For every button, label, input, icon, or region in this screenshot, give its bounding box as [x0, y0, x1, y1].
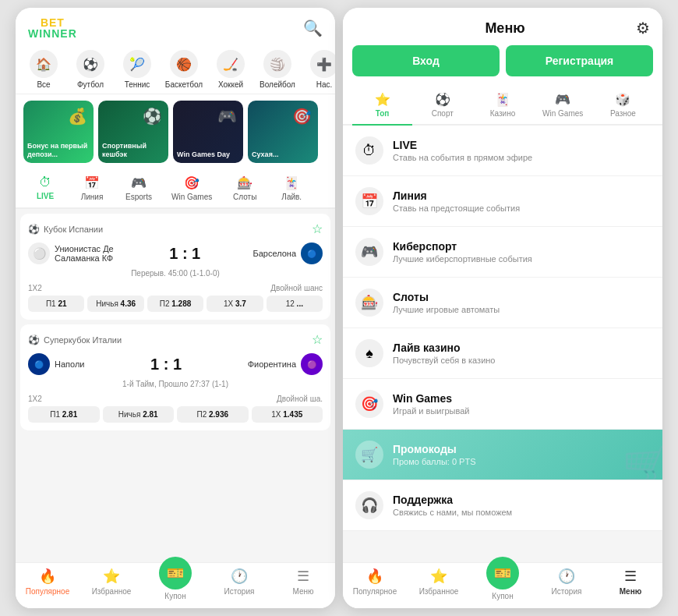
r-menu-icon: ☰: [624, 568, 637, 585]
tennis-icon: 🎾: [123, 50, 151, 78]
r-favorites-icon: ⭐: [430, 568, 447, 585]
team2-info-2: Фиорентина 🟣: [248, 353, 323, 375]
right-nav-history[interactable]: 🕐 История: [535, 568, 599, 600]
odds-row-1: П1 21 Ничья 4.36 П2 1.288 1X 3.7 12 ...: [28, 296, 323, 312]
odd-p1-1[interactable]: П1 21: [28, 296, 84, 312]
nav-favorites[interactable]: ⭐ Избранное: [79, 568, 143, 600]
menu-tab-wingames[interactable]: 🎮 Win Games: [533, 92, 593, 126]
team1-logo-2: 🔵: [28, 353, 50, 375]
nav-history[interactable]: 🕐 История: [207, 568, 271, 600]
sport-categories: 🏠 Все ⚽ Футбол 🎾 Теннис 🏀 Баскетбол 🏒 Хо…: [16, 45, 335, 94]
menu-item-livecasino[interactable]: ♠ Лайв казино Почувствуй себя в казино: [343, 328, 662, 379]
menu-item-wingames[interactable]: 🎯 Win Games Играй и выигрывай: [343, 379, 662, 430]
tennis-label: Теннис: [125, 80, 150, 89]
dry-icon: 🎯: [292, 107, 312, 126]
right-nav-coupon[interactable]: 🎫 Купон: [471, 568, 535, 600]
nav-coupon[interactable]: 🎫 Купон: [143, 568, 207, 600]
league-1: ⚽ Кубок Испании: [28, 224, 103, 235]
livecasino-menu-text: Лайв казино Почувствуй себя в казино: [393, 342, 495, 365]
sport-cat-hockey[interactable]: 🏒 Хоккей: [210, 50, 251, 89]
odd-12-1[interactable]: 12 ...: [267, 296, 323, 312]
register-button[interactable]: Регистрация: [506, 45, 653, 76]
sport-cat-all[interactable]: 🏠 Все: [23, 50, 64, 89]
line-tab-icon: 📅: [84, 175, 100, 190]
search-button[interactable]: 🔍: [303, 19, 323, 37]
right-nav-favorites[interactable]: ⭐ Избранное: [407, 568, 471, 600]
menu-tab-top[interactable]: ⭐ Топ: [352, 92, 412, 126]
banner-cashback[interactable]: ⚽ Спортивный кешбэк: [98, 101, 168, 163]
favorite-btn-1[interactable]: ☆: [312, 221, 323, 236]
league-2: ⚽ Суперкубок Италии: [28, 335, 122, 345]
odds-type-1: 1X2: [28, 284, 42, 292]
menu-item-esports[interactable]: 🎮 Киберспорт Лучшие киберспортивные собы…: [343, 227, 662, 278]
sport-cat-more[interactable]: ➕ Нас.: [304, 50, 335, 89]
nav-menu[interactable]: ☰ Меню: [271, 568, 335, 600]
odd-draw-2[interactable]: Ничья 2.81: [103, 406, 175, 423]
sport-cat-volleyball[interactable]: 🏐 Волейбол: [257, 50, 298, 89]
tab-line[interactable]: 📅 Линия: [69, 169, 115, 209]
settings-button[interactable]: ⚙: [636, 19, 650, 37]
league-name-1: Кубок Испании: [44, 225, 103, 234]
right-nav-menu[interactable]: ☰ Меню: [599, 568, 662, 600]
slots-menu-title: Слоты: [393, 291, 500, 303]
slots-menu-subtitle: Лучшие игровые автоматы: [393, 305, 500, 314]
line-menu-icon: 📅: [355, 187, 383, 215]
right-nav-popular[interactable]: 🔥 Популярное: [343, 568, 407, 600]
odd-1x-2[interactable]: 1X 1.435: [252, 406, 323, 423]
wingames-mt-icon: 🎮: [555, 92, 570, 107]
team2-info-1: Барселона 🔵: [252, 243, 323, 264]
login-button[interactable]: Вход: [352, 45, 500, 76]
banner-cashback-label: Спортивный кешбэк: [102, 142, 164, 160]
live-menu-icon: ⏱: [355, 136, 383, 165]
basketball-label: Баскетбол: [165, 80, 203, 89]
more-label: Нас.: [316, 80, 333, 89]
wingames-mt-label: Win Games: [542, 109, 583, 118]
sport-cat-basketball[interactable]: 🏀 Баскетбол: [164, 50, 204, 89]
favorite-btn-2[interactable]: ☆: [312, 332, 323, 347]
odd-p1-2[interactable]: П1 2.81: [28, 406, 100, 423]
r-coupon-icon: 🎫: [494, 565, 511, 582]
menu-tab-casino[interactable]: 🃏 Казино: [472, 92, 532, 126]
right-bottom-nav: 🔥 Популярное ⭐ Избранное 🎫 Купон 🕐 Истор…: [343, 562, 662, 608]
promo-menu-text: Промокоды Промо баллы: 0 PTS: [393, 443, 475, 466]
hockey-icon: 🏒: [217, 50, 245, 78]
tab-slots[interactable]: 🎰 Слоты: [221, 169, 268, 209]
menu-item-support[interactable]: 🎧 Поддержка Свяжись с нами, мы поможем: [343, 480, 662, 531]
menu-title: Меню: [485, 20, 524, 37]
odd-1x-1[interactable]: 1X 3.7: [207, 296, 263, 312]
sport-tab-label: Спорт: [432, 109, 454, 118]
menu-item-line[interactable]: 📅 Линия Ставь на предстоящие события: [343, 176, 662, 227]
banner-bonus[interactable]: 💰 Бонус на первый депози...: [23, 101, 94, 163]
tab-live[interactable]: ⏱ LIVE: [22, 169, 69, 209]
menu-header: Меню ⚙: [343, 8, 662, 45]
banner-dry[interactable]: 🎯 Сухая...: [248, 101, 318, 163]
menu-tab-sport[interactable]: ⚽ Спорт: [412, 92, 472, 126]
right-phone: Меню ⚙ Вход Регистрация ⭐ Топ ⚽ Спорт 🃏 …: [343, 8, 662, 608]
menu-item-promo[interactable]: 🛒 Промокоды Промо баллы: 0 PTS 🛒: [343, 430, 662, 480]
banner-wingames[interactable]: 🎮 Win Games Day: [173, 101, 243, 163]
basketball-icon: 🏀: [170, 50, 198, 78]
odds-section-1: 1X2 Двойной шанс П1 21 Ничья 4.36 П2 1.2…: [28, 284, 323, 312]
nav-popular[interactable]: 🔥 Популярное: [16, 568, 79, 600]
sport-cat-football[interactable]: ⚽ Футбол: [70, 50, 111, 89]
menu-tab-misc[interactable]: 🎲 Разное: [593, 92, 653, 126]
live-tab-label: LIVE: [37, 192, 54, 200]
tab-wingames[interactable]: 🎯 Win Games: [162, 169, 221, 209]
odd-p2-2[interactable]: П2 2.936: [177, 406, 249, 423]
banner-dry-label: Сухая...: [252, 150, 314, 160]
menu-item-slots[interactable]: 🎰 Слоты Лучшие игровые автоматы: [343, 278, 662, 328]
menu-item-live[interactable]: ⏱ LIVE Ставь на события в прямом эфире: [343, 126, 662, 176]
tab-esports[interactable]: 🎮 Esports: [115, 169, 162, 209]
livecasino-menu-title: Лайв казино: [393, 342, 495, 354]
r-favorites-label: Избранное: [419, 587, 459, 596]
hockey-label: Хоккей: [218, 80, 243, 89]
wingames-icon: 🎮: [217, 107, 237, 126]
sport-tab-icon: ⚽: [435, 92, 450, 107]
sport-cat-tennis[interactable]: 🎾 Теннис: [117, 50, 157, 89]
coupon-wrapper: 🎫: [159, 557, 192, 589]
odd-draw-1[interactable]: Ничья 4.36: [87, 296, 143, 312]
odd-p2-1[interactable]: П2 1.288: [147, 296, 203, 312]
all-label: Все: [37, 80, 50, 89]
tab-live-casino[interactable]: 🃏 Лайв.: [268, 169, 315, 209]
popular-icon: 🔥: [39, 568, 56, 585]
